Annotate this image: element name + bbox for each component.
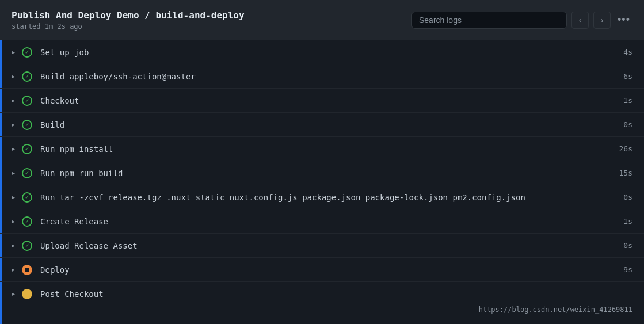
job-duration: 0s <box>604 241 632 250</box>
list-item[interactable]: ▶✓Run npm install26s <box>0 137 644 161</box>
expand-arrow-icon[interactable]: ▶ <box>12 97 15 104</box>
next-button[interactable]: › <box>593 12 611 29</box>
app-container: Publish And Deploy Demo / build-and-depl… <box>0 0 644 324</box>
spinner-icon <box>25 268 29 272</box>
job-name: Run npm install <box>40 144 604 154</box>
job-duration: 0s <box>604 193 632 201</box>
footer-url: https://blog.csdn.net/weixin_41269811 <box>479 306 632 314</box>
job-name: Build <box>40 120 604 129</box>
prev-button[interactable]: ‹ <box>571 12 589 29</box>
expand-arrow-icon[interactable]: ▶ <box>12 266 15 273</box>
check-icon: ✓ <box>25 146 29 152</box>
list-item[interactable]: ▶✓Build appleboy/ssh-action@master6s <box>0 64 644 89</box>
workflow-name-bold: build-and-deploy <box>155 10 244 21</box>
ellipsis-icon: ••• <box>618 14 630 26</box>
check-icon: ✓ <box>25 73 29 79</box>
check-icon: ✓ <box>25 97 29 104</box>
job-name: Checkout <box>40 96 604 105</box>
header-left: Publish And Deploy Demo / build-and-depl… <box>12 10 245 31</box>
status-icon <box>22 265 32 275</box>
workflow-subtitle: started 1m 2s ago <box>12 22 245 31</box>
expand-arrow-icon[interactable]: ▶ <box>12 194 15 200</box>
status-icon: ✓ <box>22 168 32 178</box>
job-name: Set up job <box>40 48 604 57</box>
expand-arrow-icon[interactable]: ▶ <box>12 242 15 249</box>
expand-arrow-icon[interactable]: ▶ <box>12 73 15 79</box>
search-input[interactable] <box>411 12 567 29</box>
job-list: ▶✓Set up job4s▶✓Build appleboy/ssh-actio… <box>0 40 644 324</box>
job-name: Deploy <box>40 265 604 275</box>
more-options-button[interactable]: ••• <box>615 12 632 29</box>
expand-arrow-icon[interactable]: ▶ <box>12 291 15 297</box>
status-icon: ✓ <box>22 71 32 82</box>
expand-arrow-icon[interactable]: ▶ <box>12 218 15 224</box>
status-icon: ✓ <box>22 192 32 203</box>
job-name: Build appleboy/ssh-action@master <box>40 72 604 81</box>
list-item[interactable]: ▶✓Set up job4s <box>0 40 644 64</box>
check-icon: ✓ <box>25 242 29 249</box>
expand-arrow-icon[interactable]: ▶ <box>12 121 15 128</box>
job-name: Post Checkout <box>40 289 632 299</box>
status-icon: ✓ <box>22 120 32 130</box>
check-icon: ✓ <box>25 49 29 55</box>
header-controls: ‹ › ••• <box>411 12 632 29</box>
expand-arrow-icon[interactable]: ▶ <box>12 170 15 176</box>
job-duration: 1s <box>604 217 632 226</box>
job-duration: 0s <box>604 120 632 129</box>
job-duration: 1s <box>604 96 632 105</box>
list-item[interactable]: ▶✓Upload Release Asset0s <box>0 234 644 258</box>
status-icon: ✓ <box>22 216 32 227</box>
job-duration: 26s <box>604 144 632 153</box>
job-name: Create Release <box>40 217 604 226</box>
status-icon: ✓ <box>22 144 32 154</box>
status-icon: ✓ <box>22 96 32 106</box>
workflow-prefix: Publish And Deploy Demo / <box>12 10 155 21</box>
expand-arrow-icon[interactable]: ▶ <box>12 49 15 55</box>
list-item[interactable]: ▶✓Build0s <box>0 113 644 137</box>
list-item[interactable]: ▶✓Checkout1s <box>0 89 644 113</box>
workflow-title: Publish And Deploy Demo / build-and-depl… <box>12 10 245 21</box>
job-name: Run npm run build <box>40 169 604 178</box>
list-item[interactable]: ▶Post Checkout <box>0 282 644 306</box>
check-icon: ✓ <box>25 121 29 128</box>
status-icon: ✓ <box>22 47 32 58</box>
check-icon: ✓ <box>25 194 29 200</box>
list-item[interactable]: ▶Deploy9s <box>0 258 644 282</box>
status-icon <box>22 289 32 299</box>
check-icon: ✓ <box>25 170 29 176</box>
job-name: Run tar -zcvf release.tgz .nuxt static n… <box>40 193 604 202</box>
job-duration: 15s <box>604 169 632 177</box>
status-icon: ✓ <box>22 241 32 251</box>
list-item[interactable]: ▶✓Run tar -zcvf release.tgz .nuxt static… <box>0 185 644 209</box>
chevron-left-icon: ‹ <box>579 16 582 25</box>
job-name: Upload Release Asset <box>40 241 604 250</box>
list-item[interactable]: ▶✓Run npm run build15s <box>0 161 644 185</box>
header: Publish And Deploy Demo / build-and-depl… <box>0 0 644 40</box>
job-duration: 6s <box>604 72 632 81</box>
job-duration: 4s <box>604 48 632 56</box>
list-item[interactable]: ▶✓Create Release1s <box>0 209 644 234</box>
job-duration: 9s <box>604 265 632 274</box>
expand-arrow-icon[interactable]: ▶ <box>12 146 15 152</box>
chevron-right-icon: › <box>601 16 604 25</box>
check-icon: ✓ <box>25 218 29 224</box>
pending-icon <box>22 289 32 299</box>
